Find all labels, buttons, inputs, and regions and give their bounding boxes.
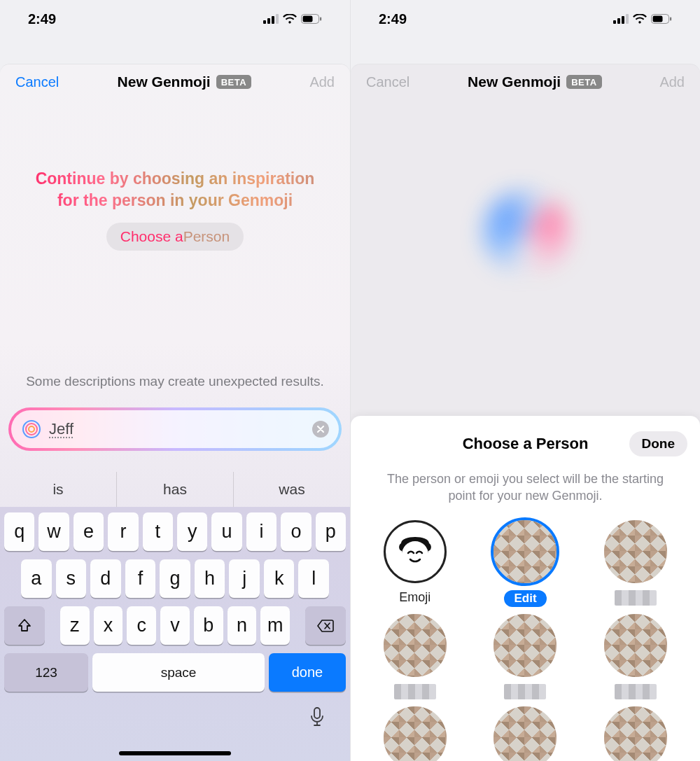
done-button[interactable]: Done [629,431,688,456]
status-icons [613,14,672,24]
123-key[interactable]: 123 [4,653,88,692]
key-q[interactable]: q [4,512,34,551]
key-z[interactable]: z [60,606,90,645]
key-y[interactable]: y [177,512,207,551]
key-b[interactable]: b [194,606,223,645]
svg-rect-11 [613,20,616,24]
key-u[interactable]: u [211,512,241,551]
edit-button[interactable]: Edit [504,590,546,607]
key-s[interactable]: s [56,559,87,598]
prompt-input[interactable] [49,420,305,438]
cellular-icon [263,14,279,24]
svg-rect-5 [303,16,313,22]
suggestion-item[interactable]: is [0,472,116,507]
avatar[interactable] [493,706,556,761]
person-item[interactable] [363,614,467,699]
avatar[interactable] [384,614,447,677]
key-p[interactable]: p [316,512,346,551]
avatar[interactable] [493,614,556,677]
space-key[interactable]: space [92,653,265,692]
avatar[interactable] [604,706,667,761]
clear-button[interactable] [312,421,329,438]
avatar[interactable] [604,614,667,677]
keyboard-suggestion-bar: is has was [0,472,350,507]
key-h[interactable]: h [195,559,225,598]
key-f[interactable]: f [125,559,156,598]
beta-badge: BETA [216,75,251,89]
add-button[interactable]: Add [659,74,685,90]
choose-person-sheet: Choose a Person Done The person or emoji… [351,416,700,761]
person-label [504,684,546,699]
key-t[interactable]: t [143,512,173,551]
genmoji-sheet: Cancel New Genmoji BETA Add Continue by … [0,64,350,761]
key-i[interactable]: i [246,512,276,551]
person-item[interactable] [584,614,687,699]
key-o[interactable]: o [281,512,311,551]
status-bar: 2:49 [0,0,350,38]
backspace-key[interactable] [305,606,346,645]
status-time: 2:49 [28,11,56,27]
choose-person-part2: Person [183,228,230,245]
intro-line: Continue by choosing an inspiration for … [28,168,322,211]
key-a[interactable]: a [21,559,52,598]
person-item[interactable] [584,520,687,607]
svg-rect-16 [653,16,663,22]
intro-line-1: Continue by choosing an inspiration [36,169,315,188]
person-item[interactable]: Edit [474,520,578,607]
genmoji-sheet: Cancel New Genmoji BETA Add Choose a Per… [351,64,700,761]
person-item[interactable] [363,706,467,761]
dictation-icon[interactable] [309,707,325,727]
status-time: 2:49 [379,11,407,27]
avatar[interactable] [384,520,447,583]
key-j[interactable]: j [229,559,260,598]
disclaimer-text: Some descriptions may create unexpected … [0,374,350,389]
prompt-input-wrap [8,407,342,451]
cancel-button[interactable]: Cancel [366,74,410,90]
key-r[interactable]: r [108,512,138,551]
key-w[interactable]: w [38,512,69,551]
close-icon [317,426,324,433]
svg-rect-10 [314,708,320,718]
avatar[interactable] [493,520,556,583]
choose-person-button[interactable]: Choose a Person [106,223,244,251]
key-g[interactable]: g [160,559,190,598]
avatar[interactable] [604,520,667,583]
home-indicator[interactable] [119,751,231,755]
ai-spark-icon [21,419,42,440]
key-l[interactable]: l [298,559,329,598]
shift-key[interactable] [4,606,45,645]
key-v[interactable]: v [160,606,190,645]
add-button[interactable]: Add [309,74,335,90]
status-icons [263,14,322,24]
sheet-header: Cancel New Genmoji BETA Add [0,64,350,99]
person-item[interactable] [474,706,578,761]
person-item[interactable]: Emoji [363,520,467,607]
backspace-icon [316,619,335,633]
suggestion-item[interactable]: was [233,472,350,507]
person-item[interactable] [474,614,578,699]
avatar[interactable] [384,706,447,761]
person-item[interactable] [584,706,687,761]
battery-icon [301,14,322,24]
key-x[interactable]: x [94,606,123,645]
done-key[interactable]: done [269,653,346,692]
suggestion-item[interactable]: has [116,472,233,507]
svg-rect-13 [622,16,624,24]
sheet-title-text: New Genmoji [468,74,561,90]
svg-point-8 [26,424,37,435]
key-e[interactable]: e [74,512,104,551]
svg-rect-1 [267,18,270,24]
cancel-button[interactable]: Cancel [15,74,59,90]
status-bar: 2:49 [351,0,700,38]
key-k[interactable]: k [264,559,295,598]
beta-badge: BETA [566,75,601,89]
sheet-title-text: New Genmoji [118,74,211,90]
svg-rect-2 [272,16,274,24]
battery-icon [651,14,672,24]
svg-rect-17 [670,18,671,21]
key-d[interactable]: d [90,559,121,598]
svg-rect-14 [626,14,629,24]
key-c[interactable]: c [127,606,156,645]
key-n[interactable]: n [227,606,257,645]
key-m[interactable]: m [260,606,290,645]
